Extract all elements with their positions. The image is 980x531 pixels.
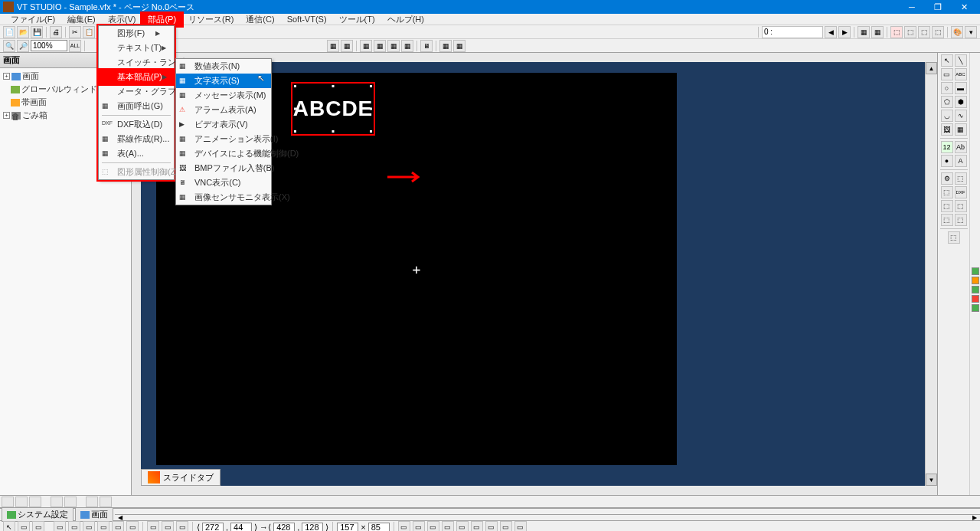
- ct-grp-3[interactable]: ▭: [427, 521, 439, 531]
- rp-tool-b[interactable]: ⬚: [955, 172, 967, 185]
- fr-color-3[interactable]: [972, 286, 979, 293]
- fr-color-5[interactable]: [972, 304, 979, 312]
- open-icon[interactable]: 📂: [17, 26, 29, 38]
- tb2-icon-8[interactable]: ▦: [439, 40, 452, 52]
- ct-grp-2[interactable]: ▭: [413, 521, 425, 531]
- rp-tool-c[interactable]: ⬚: [941, 186, 953, 198]
- ct-icon-6[interactable]: ▭: [83, 521, 95, 531]
- menu1-figure[interactable]: 図形(F)▶: [99, 26, 174, 41]
- menu-comm[interactable]: 通信(C): [240, 13, 280, 26]
- menu2-imgsensor[interactable]: ▦画像センサモニタ表示(X): [176, 190, 271, 205]
- tb2-icon-9[interactable]: ▦: [453, 40, 466, 52]
- close-button[interactable]: ✕: [951, 0, 977, 14]
- rp-grid-icon[interactable]: ▦: [955, 123, 967, 136]
- menu2-anim[interactable]: ▦アニメーション表示(I): [176, 132, 271, 146]
- ct-grp-7[interactable]: ▭: [485, 521, 498, 531]
- ct-icon-1[interactable]: ↖: [3, 521, 15, 531]
- tb2-icon-2[interactable]: ▦: [341, 40, 353, 52]
- menu-parts[interactable]: 部品(P): [142, 13, 182, 26]
- zoom-out-icon[interactable]: 🔎: [17, 40, 29, 52]
- ct-icon-12[interactable]: ▭: [176, 521, 188, 531]
- bt-icon-2[interactable]: [15, 497, 28, 507]
- dropdown-icon[interactable]: ▾: [965, 26, 977, 38]
- rp-tool-h[interactable]: ⬚: [955, 214, 967, 226]
- rp-tool-e[interactable]: ⬚: [941, 200, 953, 212]
- menu2-video[interactable]: ▶ビデオ表示(V): [176, 117, 271, 132]
- zoom-in-icon[interactable]: 🔍: [3, 40, 15, 52]
- ct-icon-2[interactable]: ▭: [18, 521, 30, 531]
- bt-icon-3[interactable]: [29, 497, 41, 507]
- menu-softvt[interactable]: Soft-VT(S): [281, 14, 333, 25]
- ct-grp-8[interactable]: ▭: [500, 521, 512, 531]
- bt-icon-1[interactable]: [2, 497, 14, 507]
- menu1-table[interactable]: ▦表(A)...: [99, 146, 174, 161]
- tb2-icon-5[interactable]: ▦: [387, 40, 400, 52]
- slide-tab[interactable]: スライドタブ: [141, 469, 220, 486]
- tool-icon-4[interactable]: ⬚: [904, 26, 916, 38]
- tab-system-settings[interactable]: システム設定: [2, 507, 74, 522]
- menu-help[interactable]: ヘルプ(H): [381, 13, 430, 26]
- rp-rect-icon[interactable]: ▭: [941, 68, 953, 80]
- menu-edit[interactable]: 編集(E): [61, 13, 102, 26]
- tool-icon-1[interactable]: ▦: [858, 26, 870, 38]
- rp-select-icon[interactable]: ↖: [941, 54, 953, 67]
- rp-line-icon[interactable]: ╲: [955, 54, 967, 67]
- coord-x[interactable]: 272: [202, 523, 224, 532]
- rp-font-icon[interactable]: A: [955, 155, 967, 167]
- tool-icon-5[interactable]: ⬚: [918, 26, 930, 38]
- rp-circle-icon[interactable]: ○: [941, 82, 953, 94]
- coord-y[interactable]: 44: [230, 523, 252, 532]
- menu1-shapeattr[interactable]: ⬚図形属性制御(Z)...: [99, 165, 174, 179]
- tool-icon-7[interactable]: 🎨: [951, 26, 963, 38]
- bt-icon-6[interactable]: [86, 497, 98, 507]
- ct-grp-6[interactable]: ▭: [471, 521, 483, 531]
- menu2-textdisp[interactable]: ▦文字表示(S): [176, 74, 271, 88]
- bt-icon-5[interactable]: [64, 497, 77, 507]
- ct-grp-1[interactable]: ▭: [398, 521, 410, 531]
- rp-tool-f[interactable]: ⬚: [955, 200, 967, 212]
- coord-cx[interactable]: 157: [337, 523, 358, 532]
- menu2-numeric[interactable]: ▦数値表示(N): [176, 59, 271, 74]
- tool-icon-3[interactable]: ⬚: [890, 26, 903, 38]
- scroll-up-icon[interactable]: ▲: [926, 62, 937, 74]
- tool-icon-6[interactable]: ⬚: [932, 26, 944, 38]
- print-icon[interactable]: 🖨: [50, 26, 62, 38]
- minimize-button[interactable]: ─: [899, 0, 925, 14]
- next-icon[interactable]: ▶: [838, 26, 851, 38]
- rp-led-icon[interactable]: ●: [941, 155, 953, 167]
- coord-h[interactable]: 128: [302, 523, 323, 532]
- tb2-icon-6[interactable]: ▦: [401, 40, 413, 52]
- menu1-switch[interactable]: スイッチ・ランプ(S)▶: [99, 55, 174, 70]
- fr-color-4[interactable]: [972, 295, 979, 303]
- ct-icon-9[interactable]: ▭: [126, 521, 139, 531]
- ct-grp-9[interactable]: ▭: [514, 521, 527, 531]
- rp-tool-g[interactable]: ⬚: [941, 214, 953, 226]
- ct-icon-11[interactable]: ▭: [162, 521, 174, 531]
- new-file-icon[interactable]: 📄: [3, 26, 15, 38]
- tool-icon-2[interactable]: ▦: [871, 26, 884, 38]
- rp-dxf-icon[interactable]: DXF: [955, 186, 967, 198]
- menu1-basic[interactable]: 基本部品(P)▶: [99, 70, 174, 84]
- menu1-strip[interactable]: ▦罫線作成(R)...: [99, 132, 174, 146]
- menu-file[interactable]: ファイル(F): [5, 13, 61, 26]
- bt-icon-4[interactable]: [51, 497, 63, 507]
- ct-icon-3[interactable]: ▭: [32, 521, 44, 531]
- menu1-screen[interactable]: ▦画面呼出(G): [99, 99, 174, 113]
- rp-img-icon[interactable]: 🖼: [941, 123, 953, 136]
- ct-grp-5[interactable]: ▭: [456, 521, 469, 531]
- ct-icon-8[interactable]: ▭: [112, 521, 124, 531]
- rp-num-icon[interactable]: 12: [941, 141, 953, 153]
- vertical-scrollbar[interactable]: ▲ ▼: [925, 62, 937, 486]
- menu1-meter[interactable]: メータ・グラフ(M)▶: [99, 84, 174, 99]
- rp-fillpoly-icon[interactable]: ⬢: [955, 96, 967, 108]
- fr-color-1[interactable]: [972, 267, 979, 275]
- toolbar-page-select[interactable]: 0 :: [762, 26, 823, 38]
- menu2-vnc[interactable]: 🖥VNC表示(C): [176, 175, 271, 190]
- ct-grp-4[interactable]: ▭: [442, 521, 454, 531]
- cut-icon[interactable]: ✂: [69, 26, 81, 38]
- maximize-button[interactable]: ❐: [925, 0, 951, 14]
- menu2-message[interactable]: ▦メッセージ表示(M): [176, 88, 271, 103]
- coord-w[interactable]: 428: [273, 523, 295, 532]
- ct-icon-4[interactable]: ▭: [54, 521, 66, 531]
- tb2-icon-7[interactable]: 🖥: [420, 40, 433, 52]
